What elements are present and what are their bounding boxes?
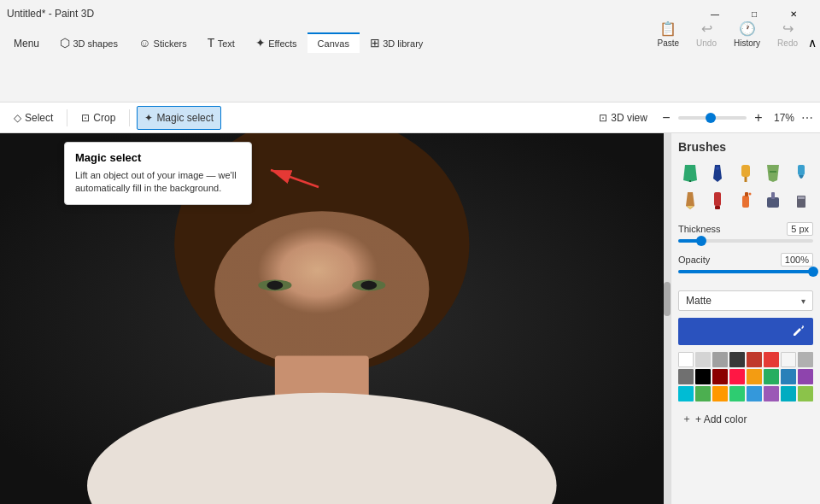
magic-select-tool-button[interactable]: ✦ Magic select [137, 106, 221, 130]
svg-rect-30 [798, 196, 805, 199]
tab-effects[interactable]: ✦ Effects [245, 32, 308, 53]
brush-item-watercolor[interactable] [734, 161, 758, 185]
color-swatch-cyan[interactable] [678, 386, 694, 401]
brush-item-calligraphy-pen[interactable] [678, 161, 702, 185]
opacity-fill [678, 270, 813, 273]
color-swatch-green[interactable] [764, 369, 779, 384]
color-swatch-purple[interactable] [798, 369, 813, 384]
paste-button[interactable]: 📋 Paste [650, 19, 686, 50]
brush-item-marker[interactable] [706, 188, 729, 212]
brush-item-pixel[interactable] [789, 188, 813, 212]
color-swatch-lpurple[interactable] [764, 386, 779, 401]
vertical-scrollbar[interactable] [664, 133, 671, 504]
color-swatch-lorange[interactable] [712, 386, 728, 401]
svg-point-2 [214, 211, 429, 366]
color-swatch-darkred[interactable] [712, 369, 728, 384]
effects-icon: ✦ [255, 36, 266, 50]
color-swatch-lgreen[interactable] [695, 386, 711, 401]
svg-point-7 [266, 281, 283, 290]
color-swatch-mint[interactable] [729, 386, 745, 401]
history-icon: 🕐 [739, 21, 756, 37]
tooltip-description: Lift an object out of your image — we'll… [75, 169, 241, 196]
main-area: Magic select Lift an object out of your … [0, 133, 820, 504]
svg-line-10 [271, 170, 319, 187]
thickness-value: 5 px [787, 222, 813, 236]
color-swatch-white[interactable] [678, 352, 694, 367]
tab-3dshapes[interactable]: ⬡ 3D shapes [50, 32, 128, 53]
tab-menu[interactable]: Menu [3, 34, 50, 53]
scroll-thumb[interactable] [664, 282, 671, 316]
zoom-value: 17% [774, 112, 794, 124]
color-swatch-gray2[interactable] [798, 352, 813, 367]
zoom-slider[interactable] [678, 116, 747, 120]
tab-canvas[interactable]: Canvas [308, 32, 360, 53]
canvas-area[interactable]: Magic select Lift an object out of your … [0, 133, 671, 504]
svg-rect-25 [745, 192, 748, 196]
eyedropper-button[interactable] [788, 321, 808, 342]
color-swatch-mgray[interactable] [712, 352, 728, 367]
color-swatch-teal[interactable] [781, 386, 796, 401]
brush-item-flat-calligraphy[interactable] [761, 161, 785, 185]
panel-title: Brushes [678, 140, 813, 154]
color-style-label: Matte [686, 295, 712, 307]
svg-point-26 [748, 193, 751, 196]
zoom-out-button[interactable]: − [658, 109, 675, 126]
color-swatch-black[interactable] [695, 369, 711, 384]
tooltip-popup: Magic select Lift an object out of your … [64, 142, 252, 205]
add-icon: ＋ [682, 412, 692, 426]
select-tool-button[interactable]: ◇ Select [7, 106, 60, 130]
color-swatch-lgray[interactable] [695, 352, 711, 367]
brush-item-pencil[interactable] [678, 188, 702, 212]
tab-3dlibrary[interactable]: ⊞ 3D library [360, 32, 433, 53]
color-swatch-blue[interactable] [781, 369, 796, 384]
opacity-slider[interactable] [678, 270, 813, 273]
color-swatch-red1[interactable] [747, 352, 762, 367]
color-style-dropdown[interactable]: Matte ▾ [678, 290, 813, 311]
color-swatch-xlgray[interactable] [781, 352, 796, 367]
3d-view-icon: ⊡ [599, 112, 607, 124]
ribbon-collapse-button[interactable]: ∧ [808, 36, 817, 50]
library-icon: ⊞ [370, 36, 380, 50]
3d-view-button[interactable]: ⊡ 3D view [592, 108, 654, 127]
more-options-button[interactable]: ⋯ [801, 111, 813, 125]
color-swatch-brightred[interactable] [729, 369, 745, 384]
color-swatch-gray3[interactable] [678, 369, 694, 384]
brush-item-oil-brush[interactable] [789, 161, 813, 185]
brush-item-fountain-pen[interactable] [706, 161, 729, 185]
color-swatch-dark[interactable] [729, 352, 745, 367]
paste-icon: 📋 [659, 21, 676, 37]
svg-rect-22 [714, 192, 721, 206]
tab-stickers[interactable]: ☺ Stickers [128, 32, 197, 53]
brushes-grid [678, 161, 813, 212]
undo-button[interactable]: ↩ Undo [689, 19, 723, 50]
select-icon: ◇ [14, 112, 21, 124]
brush-item-spray[interactable] [734, 188, 758, 212]
svg-rect-23 [715, 206, 720, 209]
right-panel: Brushes [671, 133, 820, 504]
redo-button[interactable]: ↪ Redo [770, 19, 805, 50]
color-swatch-orange[interactable] [747, 369, 762, 384]
thickness-label-row: Thickness 5 px [678, 222, 813, 236]
brush-item-texture[interactable] [761, 188, 785, 212]
svg-rect-28 [771, 192, 775, 199]
zoom-controls: − + 17% [658, 109, 798, 126]
color-swatch-lime[interactable] [798, 386, 813, 401]
thickness-label: Thickness [678, 224, 721, 234]
zoom-in-button[interactable]: + [750, 109, 767, 126]
text-icon: T [208, 36, 215, 50]
svg-point-8 [360, 281, 377, 290]
color-palette [678, 352, 813, 401]
crop-tool-button[interactable]: ⊡ Crop [74, 106, 122, 130]
color-swatch-red2[interactable] [764, 352, 779, 367]
tab-text[interactable]: T Text [197, 32, 245, 53]
svg-point-14 [716, 167, 719, 170]
add-color-button[interactable]: ＋ + Add color [678, 408, 813, 430]
opacity-label: Opacity [678, 255, 710, 265]
opacity-thumb [808, 267, 818, 277]
view-controls: ⊡ 3D view − + 17% ⋯ [592, 108, 813, 127]
svg-marker-11 [683, 165, 697, 182]
ribbon-tabs: Menu ⬡ 3D shapes ☺ Stickers T Text ✦ Eff… [0, 27, 820, 53]
thickness-slider[interactable] [678, 239, 813, 243]
color-swatch-lblue[interactable] [747, 386, 762, 401]
history-button[interactable]: 🕐 History [727, 19, 767, 50]
